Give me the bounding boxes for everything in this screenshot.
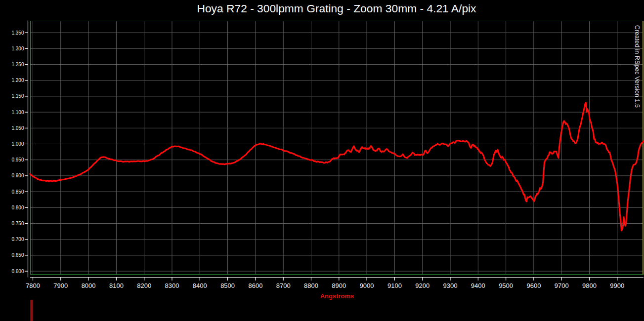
svg-text:0.950: 0.950 bbox=[11, 157, 24, 162]
svg-text:8100: 8100 bbox=[109, 282, 124, 289]
svg-text:1.000: 1.000 bbox=[11, 141, 24, 147]
svg-text:7800: 7800 bbox=[26, 282, 40, 289]
svg-text:0.850: 0.850 bbox=[11, 189, 24, 195]
svg-text:1.050: 1.050 bbox=[11, 125, 24, 131]
svg-text:9800: 9800 bbox=[582, 282, 597, 289]
svg-text:7900: 7900 bbox=[53, 282, 68, 289]
svg-text:8300: 8300 bbox=[165, 282, 179, 289]
svg-text:1.250: 1.250 bbox=[11, 62, 24, 67]
svg-text:0.600: 0.600 bbox=[11, 269, 24, 274]
svg-text:9600: 9600 bbox=[526, 282, 541, 289]
svg-text:Created in RSpec Version 1.5: Created in RSpec Version 1.5 bbox=[634, 25, 641, 108]
svg-text:9000: 9000 bbox=[360, 282, 374, 289]
svg-text:Hoya R72 - 300lpmm Grating - Z: Hoya R72 - 300lpmm Grating - Zoom 30mm -… bbox=[197, 2, 476, 15]
svg-text:0.650: 0.650 bbox=[11, 252, 24, 258]
svg-text:9400: 9400 bbox=[471, 282, 485, 289]
svg-text:0.900: 0.900 bbox=[11, 173, 24, 178]
svg-text:9500: 9500 bbox=[499, 282, 513, 289]
svg-text:9200: 9200 bbox=[415, 282, 429, 289]
svg-text:1.300: 1.300 bbox=[11, 46, 24, 51]
svg-text:8500: 8500 bbox=[220, 282, 235, 289]
svg-text:8200: 8200 bbox=[137, 282, 151, 289]
svg-text:8700: 8700 bbox=[276, 282, 291, 289]
svg-text:1.150: 1.150 bbox=[11, 93, 24, 99]
svg-text:9700: 9700 bbox=[555, 282, 569, 289]
svg-text:Angstroms: Angstroms bbox=[320, 292, 354, 300]
svg-text:9300: 9300 bbox=[443, 282, 458, 289]
svg-text:1.100: 1.100 bbox=[11, 110, 24, 115]
svg-text:8900: 8900 bbox=[332, 282, 346, 289]
svg-text:8600: 8600 bbox=[248, 282, 262, 289]
svg-text:8000: 8000 bbox=[82, 282, 96, 289]
svg-text:1.350: 1.350 bbox=[11, 30, 24, 36]
svg-text:8400: 8400 bbox=[193, 282, 207, 289]
svg-text:1.200: 1.200 bbox=[11, 78, 24, 83]
svg-text:9100: 9100 bbox=[387, 282, 402, 289]
svg-text:0.750: 0.750 bbox=[11, 221, 24, 226]
svg-text:0.700: 0.700 bbox=[11, 237, 24, 242]
svg-text:8800: 8800 bbox=[304, 282, 318, 289]
svg-text:9900: 9900 bbox=[610, 282, 624, 289]
svg-text:0.800: 0.800 bbox=[11, 205, 24, 210]
